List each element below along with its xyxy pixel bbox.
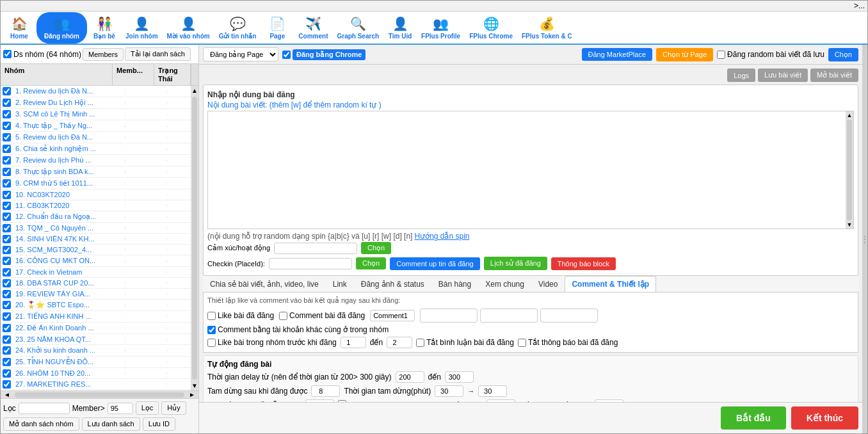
list-item[interactable]: 20. 🎖️⭐ SBTC Espo...	[1, 300, 191, 311]
list-item[interactable]: 22. Đề Án Kinh Doanh ...	[1, 323, 191, 334]
list-item[interactable]: 2. Review Du Lịch Hội ...	[1, 97, 191, 109]
row-checkbox[interactable]	[3, 213, 11, 221]
list-item[interactable]: 26. NHÓM 10 TNĐ 20...	[1, 368, 191, 379]
chon-cam-xuc-button[interactable]: Chọn	[361, 242, 391, 254]
member-input[interactable]	[108, 403, 133, 414]
luu-bai-button[interactable]: Lưu bài viết	[758, 68, 808, 82]
like-from-input[interactable]	[341, 337, 366, 348]
row-checkbox[interactable]	[3, 110, 11, 118]
row-checkbox[interactable]	[3, 369, 11, 378]
dang-bang-page-select[interactable]: Đăng bảng Page	[203, 47, 278, 61]
ta-scroll-track[interactable]	[847, 120, 852, 220]
row-checkbox[interactable]	[3, 346, 11, 355]
bat-dau-button[interactable]: Bắt đầu	[721, 406, 786, 430]
tab-comment-thiet-lap[interactable]: Comment & Thiết lập	[565, 276, 656, 292]
chon-checkin-button[interactable]: Chọn	[356, 257, 386, 269]
luu-ds-button[interactable]: Lưu danh sách	[82, 417, 140, 431]
cam-xuc-input[interactable]	[274, 243, 357, 254]
list-item[interactable]: 4. Thực tập _ Thầy Ng...	[1, 120, 191, 132]
list-item[interactable]: 17. Check in Vietnam	[1, 267, 191, 278]
list-item[interactable]: 27. MARKETING RES...	[1, 379, 191, 390]
row-checkbox[interactable]	[3, 301, 11, 309]
nav-dang-nhom[interactable]: 👥 Đăng nhóm	[36, 12, 87, 44]
list-item[interactable]: 6. Chia sẻ kinh nghiệm ...	[1, 143, 191, 155]
nav-gui-tin-nhan[interactable]: 💬 Gửi tin nhắn	[215, 13, 261, 42]
list-item[interactable]: 18. DBA STAR CUP 20...	[1, 278, 191, 289]
list-item[interactable]: 15. SCM_MGT3002_4...	[1, 245, 191, 255]
h-scroll-left[interactable]: ◄	[1, 391, 13, 398]
tab-dang-anh[interactable]: Đăng ảnh & status	[354, 276, 431, 292]
row-checkbox[interactable]	[3, 335, 11, 344]
nav-join-nhom[interactable]: 👤 Join nhóm	[122, 13, 162, 42]
luu-id-button[interactable]: Lưu ID	[143, 417, 175, 431]
tai-lai-button[interactable]: Tải lại danh sách	[125, 47, 191, 61]
row-checkbox[interactable]	[3, 122, 11, 130]
list-item[interactable]: 7. Review du lịch Phú ...	[1, 155, 191, 166]
list-item[interactable]: 12. Chuẩn đầu ra Ngoạ...	[1, 211, 191, 223]
nav-comment[interactable]: ✈️ Comment	[294, 13, 332, 42]
tat-thong-bao-checkbox[interactable]	[518, 339, 526, 347]
comment-bang-tk-checkbox[interactable]	[207, 326, 216, 334]
scroll-down-btn[interactable]: ▼	[190, 381, 198, 390]
scroll-up-btn[interactable]: ▲	[190, 86, 198, 95]
tab-link[interactable]: Link	[326, 276, 354, 292]
lich-su-button[interactable]: Lịch sử đã đăng	[484, 257, 547, 270]
checkin-input[interactable]	[269, 258, 352, 269]
list-item[interactable]: 25. TỈNH NGUYỄN ĐÔ...	[1, 357, 191, 368]
list-item[interactable]: 23. 25 NĂM KHOA QT...	[1, 334, 191, 345]
tam-dung-min1-input[interactable]	[435, 385, 463, 397]
row-checkbox[interactable]	[3, 87, 11, 95]
huy-button[interactable]: Hủy	[161, 401, 186, 415]
tat-binh-luan-checkbox[interactable]	[416, 339, 424, 347]
thong-bao-button[interactable]: Thông báo block	[551, 257, 616, 270]
textarea-scrollbar[interactable]: ▲ ▼	[846, 111, 853, 229]
chon-button[interactable]: Chọn	[828, 48, 858, 61]
tab-chia-se[interactable]: Chia sẻ bài viết, ảnh, video, live	[203, 276, 326, 292]
comment-da-dang-checkbox[interactable]	[279, 312, 287, 320]
tab-video[interactable]: Video	[531, 276, 565, 292]
huong-dan-link[interactable]: Hướng dẫn spin	[414, 232, 469, 241]
row-checkbox[interactable]	[3, 312, 11, 321]
comment-up-button[interactable]: Comment up tin đã đăng	[390, 257, 479, 270]
h-scroll-track[interactable]	[15, 392, 184, 398]
list-item[interactable]: 16. CÔNG CỤ MKT ON...	[1, 255, 191, 267]
loc-input[interactable]	[19, 403, 70, 414]
row-checkbox[interactable]	[3, 257, 11, 265]
list-item[interactable]: 21. TIẾNG ANH KINH ...	[1, 311, 191, 323]
list-item[interactable]: 8. Thực tập sinh BDA k...	[1, 166, 191, 178]
row-checkbox[interactable]	[3, 145, 11, 153]
nav-graph-search[interactable]: 🔍 Graph Search	[333, 13, 383, 42]
loc-button[interactable]: Lọc	[136, 401, 159, 415]
like-da-dang-checkbox[interactable]	[207, 312, 216, 320]
row-checkbox[interactable]	[3, 246, 11, 254]
chon-tu-page-button[interactable]: Chọn từ Page	[656, 48, 713, 61]
list-item[interactable]: 13. TQM _ Cô Nguyên ...	[1, 223, 191, 234]
h-scrollbar[interactable]: ◄ ►	[1, 390, 198, 398]
row-checkbox[interactable]	[3, 380, 11, 389]
nav-tim-uid[interactable]: 👤 Tìm Uid	[384, 13, 416, 42]
list-item[interactable]: 9. CRM thứ 5 tiết 1011...	[1, 178, 191, 189]
dang-bang-chrome-checkbox[interactable]	[282, 51, 291, 59]
row-checkbox[interactable]	[3, 235, 11, 243]
row-checkbox[interactable]	[3, 179, 11, 188]
comment-value-input[interactable]	[370, 310, 415, 321]
list-item[interactable]: 19. REVIEW TÂY GIA...	[1, 289, 191, 300]
list-item[interactable]: 14. SINH VIÊN 47K KH...	[1, 234, 191, 245]
row-checkbox[interactable]	[3, 224, 11, 232]
members-button[interactable]: Members	[83, 48, 124, 61]
dang-random-checkbox[interactable]	[717, 51, 725, 59]
nav-fplus-chrome[interactable]: 🌐 FPlus Chrome	[465, 13, 517, 42]
nav-moi-vao-nhom[interactable]: 👤 Mời vào nhóm	[163, 13, 214, 42]
list-item[interactable]: 1. Review du lịch Đà N...	[1, 86, 191, 97]
tab-ban-hang[interactable]: Bán hàng	[431, 276, 478, 292]
list-item[interactable]: 5. Review du lịch Đà N...	[1, 132, 191, 143]
delay-to-input[interactable]	[445, 371, 474, 383]
h-scroll-right[interactable]: ►	[186, 391, 198, 398]
row-checkbox[interactable]	[3, 324, 11, 332]
logs-button[interactable]: Logs	[727, 68, 755, 82]
list-item[interactable]: 24. Khởi su kinh doanh ...	[1, 345, 191, 357]
row-checkbox[interactable]	[3, 99, 11, 107]
row-checkbox[interactable]	[3, 156, 11, 165]
delay-from-input[interactable]	[396, 371, 424, 383]
scrollbar[interactable]: ▲ ▼	[191, 86, 198, 390]
